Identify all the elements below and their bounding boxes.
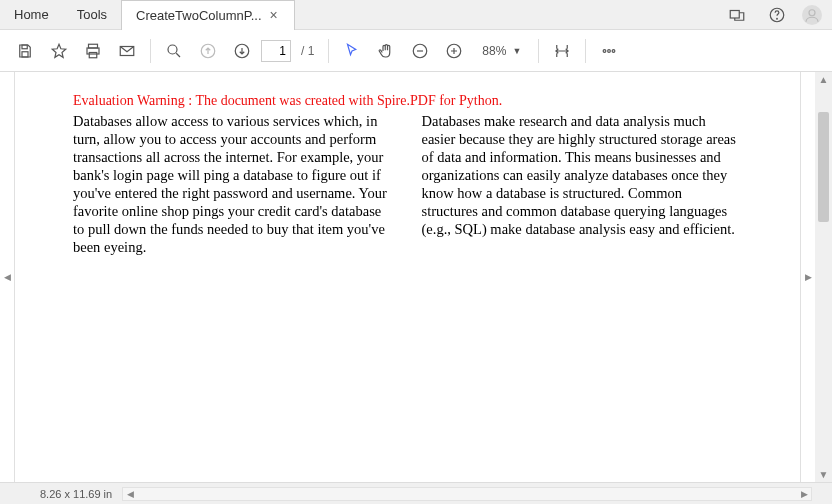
tab-bar: Home Tools CreateTwoColumnP... ×: [0, 0, 832, 30]
more-tools-icon[interactable]: [594, 36, 624, 66]
svg-point-3: [809, 9, 815, 15]
zoom-level-label: 88%: [482, 44, 506, 58]
fit-width-icon[interactable]: [547, 36, 577, 66]
horizontal-scrollbar[interactable]: ◀ ▶: [122, 487, 812, 501]
profile-avatar[interactable]: [802, 5, 822, 25]
close-icon[interactable]: ×: [268, 7, 280, 23]
svg-point-10: [168, 45, 177, 54]
page-total-label: / 1: [295, 44, 320, 58]
scrollbar-thumb[interactable]: [818, 112, 829, 222]
tab-label: CreateTwoColumnP...: [136, 8, 262, 23]
save-icon[interactable]: [10, 36, 40, 66]
zoom-in-icon[interactable]: [439, 36, 469, 66]
column-right: Databases make research and data analysi…: [422, 112, 743, 257]
email-icon[interactable]: [112, 36, 142, 66]
svg-point-17: [612, 49, 615, 52]
zoom-out-icon[interactable]: [405, 36, 435, 66]
scroll-left-icon[interactable]: ◀: [123, 488, 137, 500]
svg-point-2: [777, 18, 778, 19]
tab-label: Tools: [77, 7, 107, 22]
page-up-icon[interactable]: [193, 36, 223, 66]
vertical-scrollbar[interactable]: ▲ ▼: [815, 72, 832, 482]
tab-document[interactable]: CreateTwoColumnP... ×: [121, 0, 295, 30]
print-icon[interactable]: [78, 36, 108, 66]
tab-home[interactable]: Home: [0, 0, 63, 30]
separator: [538, 39, 539, 63]
svg-rect-8: [89, 52, 97, 57]
left-panel-toggle[interactable]: ◀: [0, 72, 14, 482]
tab-tools[interactable]: Tools: [63, 0, 121, 30]
svg-point-15: [603, 49, 606, 52]
hand-tool-icon[interactable]: [371, 36, 401, 66]
evaluation-warning: Evaluation Warning : The document was cr…: [73, 92, 742, 110]
document-area[interactable]: Evaluation Warning : The document was cr…: [14, 72, 801, 482]
zoom-level-dropdown[interactable]: 88% ▼: [473, 38, 530, 64]
pdf-page: Evaluation Warning : The document was cr…: [29, 86, 786, 482]
star-icon[interactable]: [44, 36, 74, 66]
caret-down-icon: ▼: [512, 46, 521, 56]
tab-label: Home: [14, 7, 49, 22]
svg-point-16: [608, 49, 611, 52]
scroll-down-icon[interactable]: ▼: [815, 469, 832, 480]
document-viewer: ◀ Evaluation Warning : The document was …: [0, 72, 832, 482]
toolbar: / 1 88% ▼: [0, 30, 832, 72]
status-bar: 8.26 x 11.69 in ◀ ▶: [0, 482, 832, 504]
page-down-icon[interactable]: [227, 36, 257, 66]
separator: [328, 39, 329, 63]
svg-rect-5: [22, 51, 28, 56]
separator: [150, 39, 151, 63]
selection-tool-icon[interactable]: [337, 36, 367, 66]
page-number-input[interactable]: [261, 40, 291, 62]
share-icon[interactable]: [722, 0, 752, 30]
find-icon[interactable]: [159, 36, 189, 66]
scroll-up-icon[interactable]: ▲: [815, 74, 832, 85]
column-left: Databases allow access to various servic…: [73, 112, 394, 257]
separator: [585, 39, 586, 63]
right-panel-toggle[interactable]: ▶: [801, 72, 815, 482]
svg-rect-4: [22, 45, 27, 49]
svg-rect-0: [730, 10, 739, 18]
scroll-right-icon[interactable]: ▶: [797, 488, 811, 500]
page-dimensions: 8.26 x 11.69 in: [40, 488, 112, 500]
help-icon[interactable]: [762, 0, 792, 30]
